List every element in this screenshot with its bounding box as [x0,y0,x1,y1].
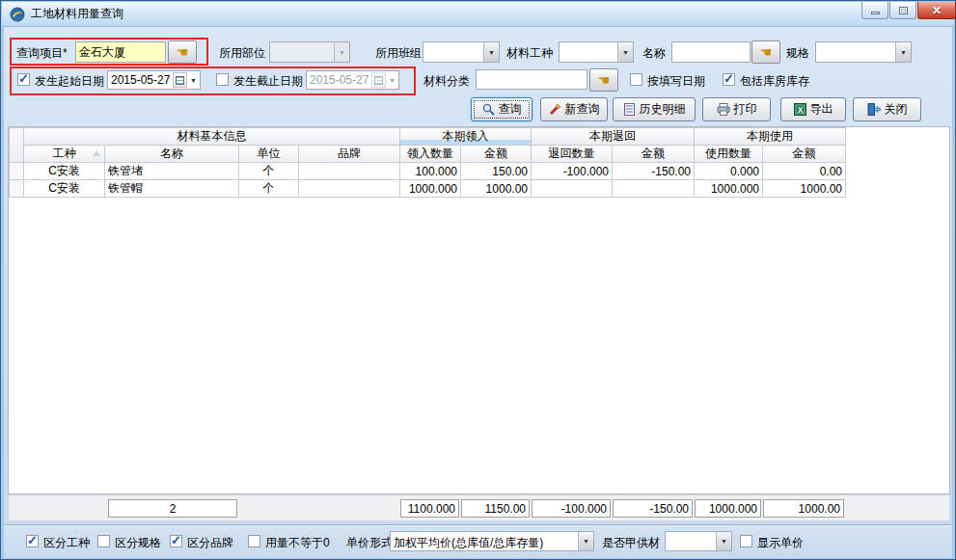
price-form-select[interactable]: 加权平均价(总库值/总库存量) ▼ [390,531,594,551]
start-date-input[interactable]: 2015-05-27 ▼ [107,70,201,90]
column-group-header: 本期使用 [695,128,846,146]
close-form-button[interactable]: 关闭 [853,97,921,121]
category-label: 材料分类 [423,73,470,90]
cell[interactable]: C安装 [24,163,105,180]
printer-icon [717,103,730,116]
end-date-label: 发生截止日期 [233,73,303,90]
window-title: 工地材料用量查询 [31,6,123,22]
cell[interactable]: 0.00 [763,163,846,180]
cell[interactable]: 个 [239,180,299,198]
spec-label: 规格 [786,45,809,62]
total-used-amount: 1000.00 [763,499,844,518]
calendar-icon[interactable] [173,72,187,88]
category-picker-button[interactable]: ☚ [589,68,618,92]
history-detail-button[interactable]: 历史明细 [613,97,696,121]
titlebar: 工地材料用量查询 ✕ [2,2,954,27]
app-window: 工地材料用量查询 ✕ 查询项目* ☚ 所用部位 ▼ 所用班组 ▼ 材料工种 ▼ … [0,0,956,560]
maximize-button[interactable] [889,2,916,19]
row-selector[interactable] [10,180,24,198]
record-count: 2 [108,499,237,518]
include-warehouse-checkbox[interactable] [723,73,735,86]
cell[interactable]: 1000.000 [695,180,763,198]
cell[interactable]: -150.00 [613,163,695,180]
cell[interactable]: 0.000 [695,163,763,180]
close-button[interactable]: ✕ [917,2,956,19]
project-picker-button[interactable]: ☚ [168,40,197,64]
spec-select[interactable]: ▼ [815,41,912,63]
total-used-qty: 1000.000 [695,499,761,518]
show-price-label: 显示单价 [757,535,804,551]
column-header[interactable]: 名称 [105,146,239,163]
by-trade-label: 区分工种 [43,535,90,551]
total-received-amount: 1150.00 [461,499,530,518]
cell[interactable]: 1000.00 [763,180,846,198]
minimize-button[interactable] [861,2,888,19]
name-picker-button[interactable]: ☚ [751,40,780,64]
chevron-down-icon: ▼ [578,532,593,550]
minimize-icon [871,12,880,14]
query-button[interactable]: 查询 [471,97,533,121]
cell[interactable]: -100.000 [532,163,613,180]
cell[interactable]: 150.00 [461,163,532,180]
column-header[interactable]: 金额 [461,146,532,163]
material-trade-select[interactable]: ▼ [559,41,634,63]
cell[interactable]: C安装 [24,180,105,198]
hand-picker-icon: ☚ [598,72,611,88]
cell[interactable] [532,180,613,198]
team-label: 所用班组 [375,45,422,62]
cell[interactable]: 1000.000 [400,180,461,198]
summary-bar: 2 1100.000 1150.00 -100.000 -150.00 1000… [8,494,950,521]
print-button[interactable]: 打印 [702,97,771,121]
column-header[interactable]: 退回数量 [532,146,613,163]
cell[interactable] [613,180,695,198]
chevron-down-icon: ▼ [334,42,349,62]
chevron-down-icon: ▼ [386,71,398,89]
chevron-down-icon: ▼ [483,42,499,62]
hand-picker-icon: ☚ [760,44,773,60]
owner-supplied-select[interactable]: ▼ [665,531,732,551]
column-header[interactable]: 领入数量 [400,146,461,163]
export-button[interactable]: X 导出 [780,97,846,121]
column-header[interactable]: 金额 [763,146,846,163]
nonzero-checkbox[interactable] [248,535,260,547]
new-query-button[interactable]: 新查询 [540,97,608,121]
hand-picker-icon: ☚ [177,44,189,60]
cell[interactable] [299,180,400,198]
cell[interactable]: 个 [239,163,299,180]
price-form-label: 单价形式 [346,535,393,551]
column-header[interactable]: 金额 [613,146,695,163]
name-input[interactable] [671,41,751,63]
chevron-down-icon: ▼ [617,42,633,62]
category-input[interactable] [476,69,587,90]
project-input[interactable] [75,41,166,63]
by-trade-checkbox[interactable] [26,535,39,547]
column-header[interactable]: 使用数量 [695,146,763,163]
data-grid: 材料基本信息本期领入本期退回本期使用工种名称单位品牌领入数量金额退回数量金额使用… [8,126,950,494]
by-brand-label: 区分品牌 [187,535,233,551]
by-brand-checkbox[interactable] [170,535,182,547]
start-date-checkbox[interactable] [17,73,30,86]
by-spec-checkbox[interactable] [97,535,110,547]
cell[interactable]: 100.000 [400,163,461,180]
cell[interactable]: 1000.00 [461,180,532,198]
sort-ascending-icon [93,150,100,156]
team-select[interactable]: ▼ [423,41,500,63]
row-selector-header[interactable] [10,128,24,163]
row-selector[interactable] [10,163,24,180]
material-usage-table: 材料基本信息本期领入本期退回本期使用工种名称单位品牌领入数量金额退回数量金额使用… [9,127,846,198]
new-query-brush-icon [549,103,561,116]
by-fill-date-checkbox[interactable] [630,73,642,86]
cell[interactable] [299,163,400,180]
svg-text:X: X [797,105,803,115]
column-header[interactable]: 单位 [239,146,299,163]
total-returned-amount: -150.00 [613,499,693,518]
cell[interactable]: 铁管堵 [105,163,239,180]
cell[interactable]: 铁管帽 [105,180,239,198]
chevron-down-icon[interactable]: ▼ [187,71,200,89]
column-header[interactable]: 工种 [24,146,105,163]
exit-door-icon [867,103,881,116]
history-list-icon [623,103,636,116]
end-date-checkbox[interactable] [216,73,229,86]
column-header[interactable]: 品牌 [299,146,400,163]
show-price-checkbox[interactable] [740,535,752,547]
